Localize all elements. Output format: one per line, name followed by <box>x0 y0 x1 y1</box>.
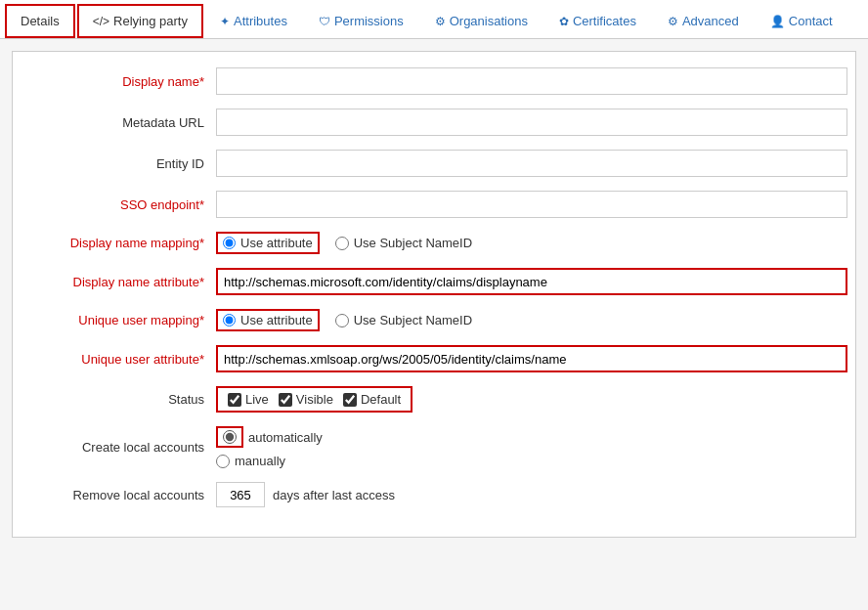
display-name-mapping-use-attribute-boxed: Use attribute <box>216 232 320 254</box>
tab-attributes[interactable]: ✦ Attributes <box>205 5 302 37</box>
create-local-accounts-manual-radio[interactable] <box>216 455 230 468</box>
status-default-checkbox[interactable] <box>343 393 357 407</box>
display-name-label: Display name* <box>21 74 216 89</box>
create-local-accounts-auto-option[interactable]: automatically <box>216 426 323 448</box>
tab-advanced-label: Advanced <box>682 14 739 28</box>
unique-user-mapping-use-attribute-boxed: Use attribute <box>216 309 320 331</box>
create-local-accounts-manual-label: manually <box>235 454 285 468</box>
display-name-input[interactable] <box>216 67 847 95</box>
unique-user-mapping-use-subject-label: Use Subject NameID <box>354 313 472 327</box>
unique-user-mapping-use-subject-option[interactable]: Use Subject NameID <box>335 313 472 327</box>
tab-permissions-label: Permissions <box>334 14 404 28</box>
create-local-accounts-manual-option[interactable]: manually <box>216 454 323 468</box>
unique-user-mapping-use-subject-radio[interactable] <box>335 314 349 327</box>
display-name-mapping-options: Use attribute Use Subject NameID <box>216 232 847 254</box>
days-input[interactable] <box>216 482 265 507</box>
relying-party-icon: </> <box>93 15 109 28</box>
create-local-accounts-auto-label: automatically <box>248 430 323 445</box>
status-visible-option[interactable]: Visible <box>279 392 333 407</box>
status-live-checkbox[interactable] <box>228 393 241 407</box>
create-local-auto-boxed <box>216 426 243 448</box>
display-name-row: Display name* <box>21 67 847 95</box>
remove-local-accounts-label: Remove local accounts <box>21 488 216 502</box>
permissions-icon: 🛡 <box>319 15 330 28</box>
metadata-url-label: Metadata URL <box>21 115 216 130</box>
display-name-mapping-use-subject-label: Use Subject NameID <box>354 236 472 250</box>
status-live-label: Live <box>245 392 269 407</box>
status-visible-checkbox[interactable] <box>279 393 292 407</box>
unique-user-attribute-label: Unique user attribute* <box>21 352 216 367</box>
entity-id-label: Entity ID <box>21 156 216 171</box>
unique-user-mapping-label: Unique user mapping* <box>21 313 216 327</box>
create-local-accounts-options: automatically manually <box>216 426 323 468</box>
create-local-accounts-row: Create local accounts automatically manu… <box>21 426 847 468</box>
days-after-label: days after last access <box>273 488 395 502</box>
tab-advanced[interactable]: ⚙ Advanced <box>653 5 754 37</box>
display-name-mapping-use-attribute-label: Use attribute <box>240 236 313 250</box>
display-name-mapping-row: Display name mapping* Use attribute Use … <box>21 232 847 254</box>
status-row: Status Live Visible Default <box>21 386 847 413</box>
tab-relying-party[interactable]: </> Relying party <box>77 4 203 38</box>
tab-details-label: Details <box>21 14 60 28</box>
unique-user-attribute-row: Unique user attribute* <box>21 345 847 372</box>
create-local-accounts-label: Create local accounts <box>21 440 216 455</box>
tab-relying-party-label: Relying party <box>113 14 188 28</box>
entity-id-row: Entity ID <box>21 150 847 177</box>
organisations-icon: ⚙ <box>435 15 446 28</box>
sso-endpoint-input[interactable] <box>216 191 847 218</box>
tab-details[interactable]: Details <box>5 4 75 38</box>
attributes-icon: ✦ <box>220 15 230 28</box>
status-visible-label: Visible <box>296 392 333 407</box>
unique-user-mapping-options: Use attribute Use Subject NameID <box>216 309 847 331</box>
sso-endpoint-label: SSO endpoint* <box>21 197 216 212</box>
tab-attributes-label: Attributes <box>234 14 287 28</box>
create-local-accounts-auto-radio[interactable] <box>223 430 237 444</box>
display-name-attribute-input[interactable] <box>216 268 847 295</box>
remove-local-accounts-content: days after last access <box>216 482 395 507</box>
status-label: Status <box>21 392 216 407</box>
metadata-url-row: Metadata URL <box>21 109 847 136</box>
certificates-icon: ✿ <box>559 15 569 28</box>
status-default-option[interactable]: Default <box>343 392 401 407</box>
unique-user-attribute-input[interactable] <box>216 345 847 372</box>
display-name-mapping-use-attribute-radio[interactable] <box>223 237 236 249</box>
tab-bar: Details </> Relying party ✦ Attributes 🛡… <box>0 0 868 39</box>
tab-certificates[interactable]: ✿ Certificates <box>544 5 651 37</box>
tab-organisations[interactable]: ⚙ Organisations <box>420 5 542 37</box>
advanced-icon: ⚙ <box>668 15 678 28</box>
entity-id-input[interactable] <box>216 150 847 177</box>
display-name-attribute-label: Display name attribute* <box>21 275 216 289</box>
tab-certificates-label: Certificates <box>573 14 636 28</box>
tab-contact-label: Contact <box>789 14 833 28</box>
tab-contact[interactable]: 👤 Contact <box>756 5 847 37</box>
remove-local-accounts-row: Remove local accounts days after last ac… <box>21 482 847 507</box>
display-name-mapping-use-subject-option[interactable]: Use Subject NameID <box>335 236 472 250</box>
display-name-mapping-label: Display name mapping* <box>21 236 216 250</box>
unique-user-mapping-use-attribute-radio[interactable] <box>223 314 236 327</box>
unique-user-mapping-use-attribute-label: Use attribute <box>240 313 313 327</box>
contact-icon: 👤 <box>770 15 785 28</box>
tab-permissions[interactable]: 🛡 Permissions <box>304 5 418 37</box>
unique-user-mapping-row: Unique user mapping* Use attribute Use S… <box>21 309 847 331</box>
sso-endpoint-row: SSO endpoint* <box>21 191 847 218</box>
status-live-option[interactable]: Live <box>228 392 269 407</box>
metadata-url-input[interactable] <box>216 109 847 136</box>
display-name-mapping-use-subject-radio[interactable] <box>335 237 349 250</box>
tab-organisations-label: Organisations <box>450 14 528 28</box>
status-checkboxes: Live Visible Default <box>216 386 412 413</box>
form-panel: Display name* Metadata URL Entity ID SSO… <box>12 51 856 538</box>
status-default-label: Default <box>361 392 401 407</box>
display-name-attribute-row: Display name attribute* <box>21 268 847 295</box>
